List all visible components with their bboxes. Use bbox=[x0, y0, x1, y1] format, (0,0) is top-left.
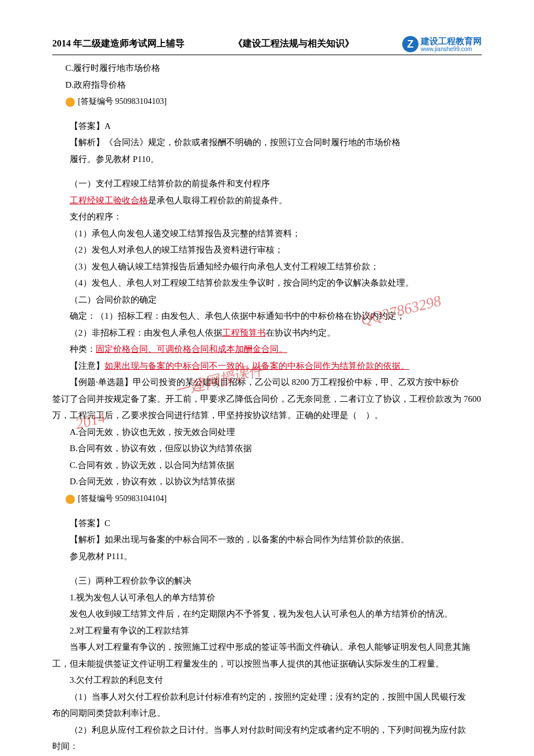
example-option-c: C.合同有效，协议无效，以合同为结算依据 bbox=[52, 457, 482, 474]
section-1-proc: 支付的程序： bbox=[52, 208, 482, 225]
example-line-3: 万，工程完工后，乙要求按合同进行结算，甲坚持按协议结算。正确的处理是（ ）。 bbox=[52, 407, 482, 424]
answer-2: 【答案】C bbox=[52, 515, 482, 532]
section-1-item-4: （4）发包人、承包人对工程竣工结算价款发生争议时，按合同约定的争议解决条款处理。 bbox=[52, 275, 482, 291]
question-id-2: ? [答疑编号 950983104104] bbox=[52, 490, 482, 507]
question-mark-icon: ? bbox=[66, 98, 75, 107]
example-option-a: A.合同无效，协议也无效，按无效合同处理 bbox=[52, 424, 482, 441]
section-3-p2a: 当事人对工程量有争议的，按照施工过程中形成的签证等书面文件确认。承包人能够证明发… bbox=[52, 639, 482, 656]
section-2-kind: 种类：固定价格合同、可调价格合同和成本加酬金合同。 bbox=[52, 341, 482, 358]
explain-1a: 【解析】《合同法》规定，价款或者报酬不明确的，按照订立合同时履行地的市场价格 bbox=[52, 134, 482, 151]
option-d: D.政府指导价格 bbox=[52, 77, 482, 93]
section-3-h3: 3.欠付工程款的利息支付 bbox=[52, 672, 482, 689]
section-3-h1: 1.视为发包人认可承包人的单方结算价 bbox=[52, 589, 482, 606]
section-3-p3a: （1）当事人对欠付工程价款利息计付标准有约定的，按照约定处理；没有约定的，按照中… bbox=[52, 689, 482, 705]
section-3-h2: 2.对工程量有争议的工程款结算 bbox=[52, 622, 482, 639]
logo-icon: Z bbox=[402, 36, 418, 52]
section-3-title: （三）两种工程价款争议的解决 bbox=[52, 573, 482, 589]
section-1-title: （一）支付工程竣工结算价款的前提条件和支付程序 bbox=[52, 175, 482, 192]
section-2-item-2: （2）非招标工程：由发包人承包人依据工程预算书在协议书内约定。 bbox=[52, 325, 482, 341]
section-3-p3b: 布的同期同类贷款利率计息。 bbox=[52, 705, 482, 722]
section-2-item-1: 确定：（1）招标工程：由发包人、承包人依据中标通知书中的中标价格在协议内约定； bbox=[52, 308, 482, 325]
section-1-item-3: （3）发包人确认竣工结算报告后通知经办银行向承包人支付工程竣工结算价款； bbox=[52, 258, 482, 275]
header-title-left: 2014 年二级建造师考试网上辅导 bbox=[52, 35, 185, 52]
section-2-title: （二）合同价款的确定 bbox=[52, 291, 482, 308]
page-header: 2014 年二级建造师考试网上辅导 《建设工程法规与相关知识》 Z 建设工程教育… bbox=[52, 35, 482, 55]
logo-brand: 建设工程教育网 bbox=[421, 37, 482, 46]
answer-1: 【答案】A bbox=[52, 118, 482, 135]
example-option-d: D.合同无效，协议有效，以协议为结算依据 bbox=[52, 473, 482, 490]
section-3-p4a: （2）利息从应付工程价款之日计付。当事人对付款时间没有约定或者约定不明的，下列时… bbox=[52, 722, 482, 739]
logo-url: www.jianshe99.com bbox=[421, 46, 482, 52]
red-underline-text: 工程经竣工验收合格 bbox=[70, 196, 148, 205]
question-id-1: ? [答疑编号 950983104103] bbox=[52, 93, 482, 110]
section-1-prereq: 工程经竣工验收合格是承包人取得工程价款的前提条件。 bbox=[52, 192, 482, 209]
red-underline-text: 如果出现与备案的中标合同不一致的，以备案的中标合同作为结算价款的依据。 bbox=[104, 361, 409, 370]
note-line: 【注意】如果出现与备案的中标合同不一致的，以备案的中标合同作为结算价款的依据。 bbox=[52, 358, 482, 375]
section-3-p1: 发包人收到竣工结算文件后，在约定期限内不予答复，视为发包人认可承包人的单方结算价… bbox=[52, 606, 482, 622]
section-1-item-2: （2）发包人对承包人的竣工结算报告及资料进行审核； bbox=[52, 242, 482, 258]
example-line-2: 签订了合同并按规定备了案。开工前，甲要求乙降低合同价，乙无奈同意，二者订立了协议… bbox=[52, 391, 482, 408]
section-3-p2b: 工，但未能提供签证文件证明工程量发生的，可以按照当事人提供的其他证据确认实际发生… bbox=[52, 656, 482, 672]
section-3-p4b: 时间： bbox=[52, 738, 482, 755]
red-underline-text: 工程预算书 bbox=[222, 328, 266, 337]
section-1-item-1: （1）承包人向发包人递交竣工结算报告及完整的结算资料； bbox=[52, 225, 482, 242]
red-underline-text: 固定价格合同、可调价格合同和成本加酬金合同。 bbox=[96, 344, 287, 354]
explain-1b: 履行。参见教材 P110。 bbox=[52, 151, 482, 168]
option-c: C.履行时履行地市场价格 bbox=[52, 60, 482, 77]
explain-2b: 参见教材 P111。 bbox=[52, 548, 482, 565]
example-line-1: 【例题·单选题】甲公司投资的某公建项目招标，乙公司以 8200 万工程报价中标，… bbox=[52, 374, 482, 391]
example-option-b: B.合同有效，协议有效，但应以协议为结算依据 bbox=[52, 440, 482, 457]
explain-2a: 【解析】如果出现与备案的中标合同不一致的，以备案的中标合同作为结算价款的依据。 bbox=[52, 531, 482, 548]
header-title-mid: 《建设工程法规与相关知识》 bbox=[233, 35, 354, 52]
question-mark-icon: ? bbox=[66, 495, 75, 504]
header-logo: Z 建设工程教育网 www.jianshe99.com bbox=[402, 36, 482, 52]
